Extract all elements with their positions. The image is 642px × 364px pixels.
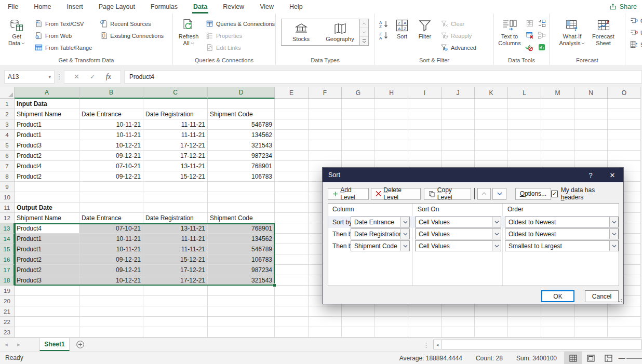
cell-H6[interactable] xyxy=(375,151,408,161)
cell-D16[interactable]: 106783 xyxy=(208,254,275,265)
cell-J23[interactable] xyxy=(442,327,475,338)
row-header-18[interactable]: 18 xyxy=(0,275,15,286)
sort-button[interactable]: ZAAZ Sort xyxy=(391,17,413,40)
cell-H23[interactable] xyxy=(375,327,408,338)
zoom-out-button[interactable]: — xyxy=(617,354,626,362)
page-break-view-button[interactable] xyxy=(599,352,617,364)
cell-C19[interactable] xyxy=(143,286,208,296)
row-header-5[interactable]: 5 xyxy=(0,140,15,151)
cell-K4[interactable] xyxy=(475,130,508,140)
cell-N5[interactable] xyxy=(574,140,608,151)
cell-N22[interactable] xyxy=(574,317,608,327)
from-table-range-button[interactable]: From Table/Range xyxy=(32,42,94,53)
cell-C3[interactable]: 11-11-21 xyxy=(143,119,208,130)
cell-N23[interactable] xyxy=(574,327,608,338)
cell-C11[interactable] xyxy=(143,203,208,213)
cell-F3[interactable] xyxy=(309,119,342,130)
tab-review[interactable]: Review xyxy=(215,1,252,14)
cell-D5[interactable]: 321543 xyxy=(208,140,275,151)
from-web-button[interactable]: From Web xyxy=(32,30,94,41)
ok-button[interactable]: OK xyxy=(541,290,574,302)
cell-D19[interactable] xyxy=(208,286,275,296)
row-header-6[interactable]: 6 xyxy=(0,151,15,161)
hscroll-thumb[interactable] xyxy=(442,340,642,349)
cell-B2[interactable]: Date Entrance xyxy=(79,109,143,119)
cell-E8[interactable] xyxy=(275,171,309,182)
row-header-14[interactable]: 14 xyxy=(0,234,15,244)
advanced-filter-button[interactable]: Advanced xyxy=(438,42,478,53)
stocks-gallery-item[interactable]: Stocks xyxy=(282,19,320,45)
sort-dialog-titlebar[interactable]: Sort ? ✕ xyxy=(323,168,623,182)
chevron-down-icon[interactable] xyxy=(492,241,501,251)
cell-B14[interactable]: 10-11-21 xyxy=(79,234,143,244)
tab-view[interactable]: View xyxy=(252,1,282,14)
cell-C5[interactable]: 17-12-21 xyxy=(143,140,208,151)
row-header-15[interactable]: 15 xyxy=(0,244,15,254)
normal-view-button[interactable] xyxy=(564,352,582,364)
cell-G3[interactable] xyxy=(342,119,375,130)
cell-E9[interactable] xyxy=(275,182,309,192)
text-to-columns-button[interactable]: Text to Columns xyxy=(495,17,524,47)
cell-E18[interactable] xyxy=(275,275,309,286)
cell-J2[interactable] xyxy=(442,109,475,119)
row-header-19[interactable]: 19 xyxy=(0,286,15,296)
cell-O6[interactable] xyxy=(608,151,641,161)
cell-F4[interactable] xyxy=(309,130,342,140)
cell-B11[interactable] xyxy=(79,203,143,213)
row-header-3[interactable]: 3 xyxy=(0,119,15,130)
cell-B5[interactable]: 10-12-21 xyxy=(79,140,143,151)
cell-D13[interactable]: 768901 xyxy=(208,223,275,234)
cell-E14[interactable] xyxy=(275,234,309,244)
cell-K5[interactable] xyxy=(475,140,508,151)
sort-level-1-sort-on-combo[interactable]: Cell Values xyxy=(415,217,501,227)
cell-K1[interactable] xyxy=(475,99,508,109)
cell-D20[interactable] xyxy=(208,296,275,306)
cell-C21[interactable] xyxy=(143,306,208,317)
cell-B22[interactable] xyxy=(79,317,143,327)
subtotal-button[interactable]: Su xyxy=(627,39,642,50)
cell-M23[interactable] xyxy=(541,327,574,338)
group-button[interactable]: Gr xyxy=(627,15,642,26)
cell-J4[interactable] xyxy=(442,130,475,140)
cell-M4[interactable] xyxy=(541,130,574,140)
row-header-20[interactable]: 20 xyxy=(0,296,15,306)
cell-B16[interactable]: 09-12-21 xyxy=(79,254,143,265)
cell-K2[interactable] xyxy=(475,109,508,119)
cell-O4[interactable] xyxy=(608,130,641,140)
cell-O23[interactable] xyxy=(608,327,641,338)
cell-A16[interactable]: Product2 xyxy=(15,254,79,265)
cell-B9[interactable] xyxy=(79,182,143,192)
row-header-23[interactable]: 23 xyxy=(0,327,15,338)
cell-B19[interactable] xyxy=(79,286,143,296)
cell-C6[interactable]: 17-12-21 xyxy=(143,151,208,161)
cell-D21[interactable] xyxy=(208,306,275,317)
cell-D1[interactable] xyxy=(208,99,275,109)
scrollbar-grip-icon[interactable]: ⋮ xyxy=(423,338,430,352)
cell-N3[interactable] xyxy=(574,119,608,130)
cell-E16[interactable] xyxy=(275,254,309,265)
chevron-down-icon[interactable] xyxy=(609,229,618,239)
cell-G1[interactable] xyxy=(342,99,375,109)
cell-B6[interactable]: 09-12-21 xyxy=(79,151,143,161)
cell-H5[interactable] xyxy=(375,140,408,151)
get-data-button[interactable]: Get Data xyxy=(3,17,30,47)
sheet-nav-right-icon[interactable]: ▸ xyxy=(12,338,25,351)
cell-K6[interactable] xyxy=(475,151,508,161)
cell-E15[interactable] xyxy=(275,244,309,254)
cell-C15[interactable]: 11-11-21 xyxy=(143,244,208,254)
sort-level-1-column-combo[interactable]: Date Entrance xyxy=(351,217,410,227)
geography-gallery-item[interactable]: Geography xyxy=(320,19,359,45)
row-header-16[interactable]: 16 xyxy=(0,254,15,265)
cell-F21[interactable] xyxy=(309,306,342,317)
cell-O1[interactable] xyxy=(608,99,641,109)
cell-A4[interactable]: Product1 xyxy=(15,130,79,140)
share-button[interactable]: Share xyxy=(606,2,640,12)
cell-D15[interactable]: 546789 xyxy=(208,244,275,254)
row-header-11[interactable]: 11 xyxy=(0,203,15,213)
cell-A13[interactable]: Product4 xyxy=(15,223,79,234)
cell-L4[interactable] xyxy=(508,130,541,140)
row-header-13[interactable]: 13 xyxy=(0,223,15,234)
options-button[interactable]: Options... xyxy=(515,188,551,200)
cell-L22[interactable] xyxy=(508,317,541,327)
chevron-down-icon[interactable] xyxy=(609,217,618,227)
